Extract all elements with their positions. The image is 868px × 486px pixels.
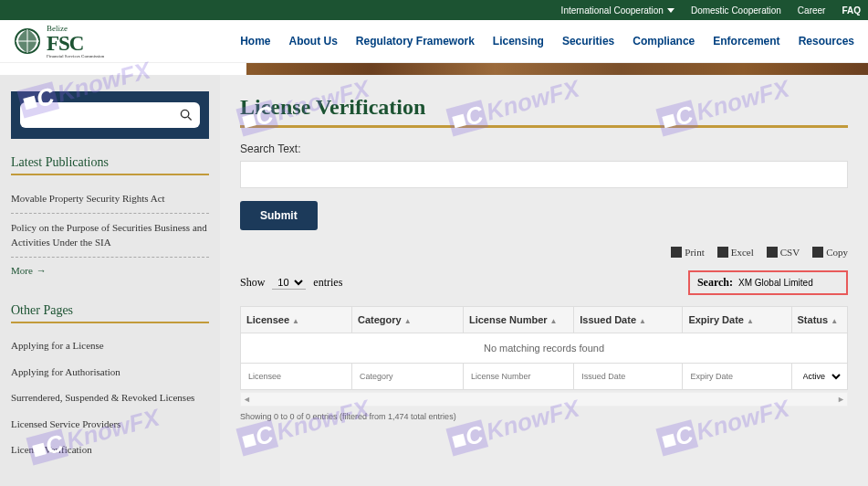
csv-button[interactable]: CSV [767, 247, 800, 258]
logo-icon [14, 27, 41, 55]
main-content: License Verification Search Text: Submit… [220, 75, 868, 486]
nav-licensing[interactable]: Licensing [493, 35, 544, 48]
nav-resources[interactable]: Resources [799, 35, 854, 48]
table-search-input[interactable] [738, 278, 839, 288]
main-nav: Home About Us Regulatory Framework Licen… [240, 35, 854, 48]
topbar-domestic[interactable]: Domestic Cooperation [691, 5, 781, 16]
search-text-label: Search Text: [240, 143, 848, 155]
filter-category[interactable] [356, 368, 459, 385]
logo[interactable]: Belize FSC Financial Services Commission [14, 25, 104, 58]
nav-about[interactable]: About Us [288, 35, 337, 48]
entries-select[interactable]: 10 [272, 276, 306, 290]
excel-icon [717, 247, 728, 258]
arrow-right-icon: → [37, 265, 47, 276]
print-icon [671, 247, 682, 258]
table-info: Showing 0 to 0 of 0 entries (filtered fr… [240, 412, 848, 421]
scroll-right-icon[interactable]: ► [837, 395, 845, 404]
logo-main: FSC [47, 33, 104, 54]
filter-licensee[interactable] [245, 368, 348, 385]
logo-sub: Financial Services Commission [47, 54, 104, 58]
excel-button[interactable]: Excel [717, 247, 754, 258]
table-search-highlight: Search: [688, 270, 848, 295]
col-license-number[interactable]: License Number▲ [463, 307, 573, 333]
col-licensee[interactable]: Licensee▲ [241, 307, 352, 333]
print-button[interactable]: Print [671, 247, 704, 258]
sidebar-link-apply-auth[interactable]: Applying for Authorisation [11, 359, 209, 386]
sidebar: Latest Publications Movable Property Sec… [0, 75, 220, 486]
sidebar-link-surrendered[interactable]: Surrendered, Suspended & Revoked License… [11, 385, 209, 411]
topbar-faq[interactable]: FAQ [842, 5, 861, 16]
sort-icon: ▲ [292, 317, 299, 325]
sidebar-link-apply-license[interactable]: Applying for a License [11, 333, 209, 359]
sidebar-link-providers[interactable]: Licensed Service Providers [11, 411, 209, 438]
sort-icon: ▲ [550, 317, 558, 325]
nav-securities[interactable]: Securities [562, 35, 614, 48]
page-title: License Verification [240, 95, 848, 128]
sort-icon: ▲ [639, 317, 646, 325]
sidebar-search-wrap [11, 91, 209, 139]
entries-label: entries [313, 276, 342, 290]
sidebar-pub-item[interactable]: Movable Property Security Rights Act [11, 185, 209, 214]
col-expiry-date[interactable]: Expiry Date▲ [683, 307, 791, 333]
nav-enforcement[interactable]: Enforcement [713, 35, 779, 48]
search-text-input[interactable] [240, 161, 848, 188]
sidebar-publications-title: Latest Publications [11, 155, 209, 175]
filter-license-number[interactable] [467, 368, 570, 385]
search-icon[interactable] [180, 109, 193, 122]
sort-icon: ▲ [747, 317, 754, 325]
col-status[interactable]: Status▲ [791, 307, 847, 333]
copy-button[interactable]: Copy [812, 247, 848, 258]
license-table: Licensee▲ Category▲ License Number▲ Issu… [240, 306, 848, 390]
scroll-left-icon[interactable]: ◄ [243, 395, 251, 404]
sidebar-search-input[interactable] [27, 109, 180, 122]
sidebar-other-title: Other Pages [11, 303, 209, 323]
topbar-career[interactable]: Career [798, 5, 826, 16]
sort-icon: ▲ [831, 317, 838, 325]
sidebar-more[interactable]: More→ [11, 258, 209, 283]
table-search-label: Search: [697, 276, 733, 290]
filter-expiry-date[interactable] [686, 368, 787, 385]
csv-icon [767, 247, 778, 258]
svg-line-4 [188, 117, 192, 121]
copy-icon [812, 247, 823, 258]
col-category[interactable]: Category▲ [351, 307, 463, 333]
banner-image [246, 63, 868, 75]
chevron-down-icon [667, 8, 675, 13]
submit-button[interactable]: Submit [240, 201, 318, 230]
filter-status[interactable]: Active [796, 367, 843, 386]
nav-regulatory[interactable]: Regulatory Framework [356, 35, 475, 48]
svg-point-3 [181, 110, 188, 117]
col-issued-date[interactable]: Issued Date▲ [574, 307, 683, 333]
nav-home[interactable]: Home [240, 35, 270, 48]
filter-issued-date[interactable] [578, 368, 678, 385]
no-records-message: No matching records found [241, 333, 848, 364]
show-label: Show [240, 276, 265, 290]
sidebar-pub-item[interactable]: Policy on the Purpose of Securities Busi… [11, 214, 209, 258]
sort-icon: ▲ [404, 317, 412, 325]
sidebar-link-verification[interactable]: License Verification [11, 437, 209, 463]
topbar-international[interactable]: International Cooperation [561, 5, 675, 16]
nav-compliance[interactable]: Compliance [633, 35, 695, 48]
